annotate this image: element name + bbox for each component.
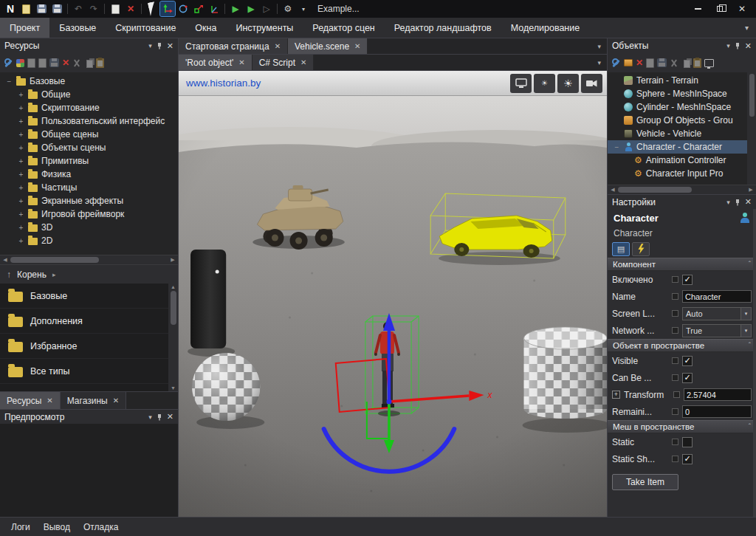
scale-tool-button[interactable] (191, 1, 206, 16)
tab-list-chevron-icon[interactable]: ▾ (591, 55, 607, 70)
menu-tools[interactable]: Инструменты (226, 18, 303, 38)
list-item-favorites[interactable]: Избранное (0, 334, 178, 359)
viewport-3d[interactable]: x (179, 96, 607, 517)
panel-close-icon[interactable]: ✕ (167, 412, 173, 422)
resource-item[interactable]: +Общее сцены (0, 128, 178, 141)
resource-root[interactable]: − Базовые (0, 75, 178, 88)
remaining-field[interactable] (682, 405, 752, 418)
statusbar-debug[interactable]: Отладка (78, 522, 123, 532)
new-object-icon[interactable] (646, 58, 654, 68)
close-button[interactable]: ✕ (731, 1, 753, 17)
menu-terrain-editor[interactable]: Редактор ландшафтов (385, 18, 501, 38)
objects-hscrollbar[interactable]: ◀ ▶ (608, 185, 756, 194)
object-item-group[interactable]: Group Of Objects - Grou (608, 114, 756, 127)
tab-close-icon[interactable]: ✕ (113, 396, 119, 405)
restore-button[interactable] (709, 1, 731, 17)
minimize-button[interactable] (687, 1, 709, 17)
default-value-box[interactable] (672, 408, 678, 415)
statusbar-output[interactable]: Вывод (38, 522, 75, 532)
resource-item[interactable]: +Скриптование (0, 101, 178, 114)
static-checkbox[interactable]: ✓ (682, 437, 693, 447)
select-tool-button[interactable] (145, 1, 159, 16)
transform-tool-button[interactable] (207, 1, 221, 16)
scrollbar-thumb[interactable] (749, 74, 755, 117)
move-tool-button[interactable] (160, 1, 175, 16)
expand-transform-icon[interactable]: + (612, 391, 620, 399)
default-value-box[interactable] (672, 327, 678, 334)
transform-field[interactable] (684, 388, 752, 401)
build-tools-button[interactable]: ⚙ (281, 1, 295, 16)
resource-item[interactable]: +Объекты сцены (0, 141, 178, 154)
panel-close-icon[interactable]: ✕ (745, 197, 752, 207)
name-field[interactable] (682, 290, 752, 303)
tab-close-icon[interactable]: ✕ (300, 58, 306, 66)
section-object-in-space[interactable]: Объект в пространстве ˆ (608, 339, 756, 352)
tab-csharp-script[interactable]: C# Script✕ (252, 55, 315, 70)
panel-close-icon[interactable]: ✕ (745, 41, 752, 51)
tab-close-icon[interactable]: ✕ (238, 58, 244, 66)
pin-icon[interactable] (735, 42, 740, 49)
resource-item[interactable]: +Общие (0, 88, 178, 101)
paste-object-icon[interactable] (693, 58, 701, 68)
resources-hscrollbar[interactable]: ◀ ▶ (0, 255, 178, 264)
section-mesh-in-space[interactable]: Меш в пространстве ˆ (608, 420, 756, 433)
screen-label-dropdown[interactable]: Auto▾ (682, 307, 752, 320)
expander-icon[interactable]: + (18, 171, 24, 179)
enabled-checkbox[interactable]: ✓ (682, 275, 693, 285)
undo-button[interactable]: ↶ (71, 1, 86, 16)
collapse-icon[interactable]: ˆ (749, 423, 751, 431)
tab-root-object[interactable]: 'Root object'✕ (179, 55, 252, 70)
take-item-button[interactable]: Take Item (612, 474, 678, 490)
expander-icon[interactable]: − (6, 78, 13, 86)
expander-icon[interactable]: + (18, 157, 24, 165)
tab-stores[interactable]: Магазины✕ (61, 392, 126, 409)
build-tools-dropdown[interactable]: ▾ (296, 1, 311, 16)
settings-vscrollbar[interactable] (753, 209, 756, 517)
statusbar-logs[interactable]: Логи (6, 522, 35, 532)
up-arrow-icon[interactable]: ↑ (7, 269, 11, 280)
expander-icon[interactable]: + (18, 237, 24, 245)
default-value-box[interactable] (672, 357, 678, 364)
play-alt-button[interactable]: ▶ (244, 1, 258, 16)
paste-icon[interactable] (96, 58, 104, 68)
expander-icon[interactable]: + (18, 210, 24, 219)
resource-item[interactable]: +Примитивы (0, 154, 178, 168)
scrollbar-thumb[interactable] (618, 187, 692, 193)
events-view-button[interactable] (632, 242, 650, 256)
breadcrumb-label[interactable]: Корень (17, 269, 47, 280)
tab-close-icon[interactable]: ✕ (275, 42, 281, 50)
scroll-down-icon[interactable]: ▼ (170, 385, 177, 391)
expander-icon[interactable]: + (18, 91, 24, 99)
resource-item[interactable]: +2D (0, 234, 178, 247)
redo-button[interactable]: ↷ (86, 1, 101, 16)
scrollbar-thumb[interactable] (171, 291, 176, 325)
tab-close-icon[interactable]: ✕ (47, 396, 52, 405)
resource-item[interactable]: +Игровой фреймворк (0, 207, 178, 221)
menu-modeling[interactable]: Моделирование (501, 18, 590, 38)
cut-icon[interactable] (72, 58, 81, 67)
resource-categories-icon[interactable] (16, 59, 24, 67)
menu-basic[interactable]: Базовые (49, 18, 106, 38)
brightness-button[interactable]: ☀ (557, 74, 579, 93)
panel-menu-chevron-icon[interactable]: ▾ (148, 42, 152, 49)
object-tools-icon[interactable] (611, 58, 621, 68)
resource-item[interactable]: +Экранные эффекты (0, 194, 178, 207)
list-item-addons[interactable]: Дополнения (0, 309, 178, 334)
object-item-sphere[interactable]: Sphere - MeshInSpace (608, 87, 756, 100)
properties-view-button[interactable]: ▤ (612, 242, 630, 256)
menu-overflow-chevron-icon[interactable]: ▾ (738, 18, 756, 38)
static-shadows-checkbox[interactable]: ✓ (682, 454, 693, 464)
default-value-box[interactable] (672, 293, 678, 300)
tab-close-icon[interactable]: ✕ (354, 42, 360, 50)
viewport-link[interactable]: www.historian.by (186, 78, 261, 89)
menu-scene-editor[interactable]: Редактор сцен (303, 18, 384, 38)
expander-icon[interactable]: + (18, 104, 24, 112)
new-scene-button[interactable] (18, 1, 33, 16)
default-value-box[interactable] (673, 391, 680, 398)
network-mode-dropdown[interactable]: True▾ (682, 324, 752, 337)
scroll-up-icon[interactable]: ▲ (170, 284, 177, 289)
default-value-box[interactable] (672, 310, 678, 317)
save-all-button[interactable] (49, 1, 64, 16)
expander-icon[interactable]: + (18, 117, 24, 126)
lighting-button[interactable]: ☀ (534, 74, 555, 93)
